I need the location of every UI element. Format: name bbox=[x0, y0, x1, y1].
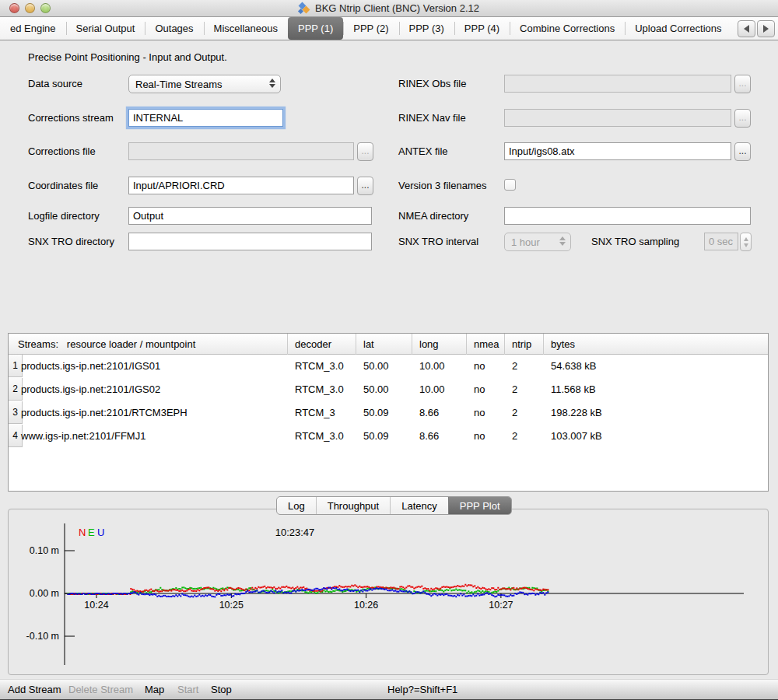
cell-long: 10.00 bbox=[419, 378, 445, 401]
tab-serial-output[interactable]: Serial Output bbox=[66, 17, 145, 40]
svg-text:-0.10 m: -0.10 m bbox=[26, 631, 59, 642]
cell-ntrip: 2 bbox=[512, 425, 517, 448]
page-title: Precise Point Positioning - Input and Ou… bbox=[28, 51, 227, 63]
snx-tro-interval-select: 1 hour bbox=[504, 233, 571, 251]
version3-filenames-label: Version 3 filenames bbox=[398, 177, 486, 194]
header-separator bbox=[466, 334, 467, 355]
tab-throughput[interactable]: Throughput bbox=[316, 497, 391, 514]
table-row[interactable]: 3products.igs-ip.net:2101/RTCM3EPHRTCM_3… bbox=[9, 401, 768, 425]
tab-miscellaneous[interactable]: Miscellaneous bbox=[204, 17, 288, 40]
svg-text:10:23:47: 10:23:47 bbox=[275, 527, 315, 538]
tab-ed-engine[interactable]: ed Engine bbox=[0, 17, 66, 40]
bottom-toolbar: Help?=Shift+F1 Add StreamDelete StreamMa… bbox=[0, 679, 778, 699]
svg-text:N: N bbox=[79, 527, 86, 538]
tab-ppp-4-[interactable]: PPP (4) bbox=[454, 17, 510, 40]
cell-mountpoint: products.igs-ip.net:2101/IGS02 bbox=[21, 378, 160, 401]
svg-text:0.00 m: 0.00 m bbox=[30, 588, 59, 599]
cell-bytes: 11.568 kB bbox=[551, 378, 596, 401]
antex-file-input[interactable] bbox=[504, 142, 731, 160]
header-separator bbox=[287, 334, 288, 355]
minimize-button[interactable] bbox=[25, 3, 35, 13]
tab-ppp-3-[interactable]: PPP (3) bbox=[399, 17, 454, 40]
corrections-file-label: Corrections file bbox=[28, 143, 96, 160]
corrections-stream-input[interactable] bbox=[128, 109, 283, 127]
data-source-select[interactable]: Real-Time Streams bbox=[128, 75, 281, 93]
cell-nmea: no bbox=[474, 355, 485, 378]
map-button[interactable]: Map bbox=[145, 680, 164, 700]
header-separator bbox=[543, 334, 544, 355]
tab-ppp-2-[interactable]: PPP (2) bbox=[343, 17, 398, 40]
cell-mountpoint: products.igs-ip.net:2101/IGS01 bbox=[21, 355, 160, 378]
logfile-directory-input[interactable] bbox=[128, 207, 372, 225]
antex-file-label: ANTEX file bbox=[398, 143, 448, 160]
corrections-file-browse-button: ... bbox=[357, 142, 373, 161]
tab-outages[interactable]: Outages bbox=[145, 17, 203, 40]
window-title: BKG Ntrip Client (BNC) Version 2.12 bbox=[299, 2, 479, 14]
cell-ntrip: 2 bbox=[512, 378, 517, 401]
table-row[interactable]: 2products.igs-ip.net:2101/IGS02RTCM_3.05… bbox=[9, 378, 768, 401]
tab-ppp-plot[interactable]: PPP Plot bbox=[448, 497, 511, 514]
header-separator bbox=[412, 334, 412, 355]
app-window: BKG Ntrip Client (BNC) Version 2.12 ed E… bbox=[0, 0, 778, 700]
streams-table: Streams: resource loader / mountpointdec… bbox=[8, 333, 769, 492]
column-header: bytes bbox=[551, 334, 575, 355]
rinex-obs-file-label: RINEX Obs file bbox=[398, 75, 466, 93]
column-header: lat bbox=[363, 334, 374, 355]
corrections-stream-label: Corrections stream bbox=[28, 110, 114, 127]
snx-tro-sampling-label: SNX TRO sampling bbox=[591, 233, 679, 250]
logfile-directory-label: Logfile directory bbox=[28, 208, 100, 225]
help-shortcut-label: Help?=Shift+F1 bbox=[387, 680, 457, 700]
add-stream-button[interactable]: Add Stream bbox=[8, 680, 61, 700]
table-row[interactable]: 1products.igs-ip.net:2101/IGS01RTCM_3.05… bbox=[9, 355, 768, 378]
cell-mountpoint: www.igs-ip.net:2101/FFMJ1 bbox=[21, 425, 145, 448]
column-header: ntrip bbox=[512, 334, 531, 355]
stop-button[interactable]: Stop bbox=[211, 680, 232, 700]
cell-lat: 50.09 bbox=[363, 401, 389, 425]
tab-combine-corrections[interactable]: Combine Corrections bbox=[510, 17, 625, 40]
cell-decoder: RTCM_3.0 bbox=[295, 355, 344, 378]
column-header: decoder bbox=[295, 334, 331, 355]
cell-nmea: no bbox=[474, 378, 485, 401]
close-button[interactable] bbox=[9, 3, 19, 13]
tab-ppp-1-[interactable]: PPP (1) bbox=[288, 17, 343, 40]
antex-file-browse-button[interactable]: ... bbox=[734, 142, 751, 161]
snx-tro-sampling-input bbox=[704, 233, 738, 250]
svg-text:10:24: 10:24 bbox=[84, 600, 108, 611]
cell-ntrip: 2 bbox=[512, 401, 517, 425]
app-icon bbox=[299, 2, 310, 14]
coordinates-file-label: Coordinates file bbox=[28, 177, 98, 194]
table-row[interactable]: 4www.igs-ip.net:2101/FFMJ1RTCM_3.050.098… bbox=[9, 425, 768, 448]
start-button: Start bbox=[177, 680, 198, 700]
cell-ntrip: 2 bbox=[512, 355, 517, 378]
coordinates-file-input[interactable] bbox=[128, 177, 354, 194]
svg-text:10:26: 10:26 bbox=[354, 600, 378, 611]
tab-scroll-left-button[interactable] bbox=[738, 20, 755, 37]
svg-text:10:27: 10:27 bbox=[489, 600, 513, 611]
cell-lat: 50.00 bbox=[363, 355, 389, 378]
ppp-plot-canvas[interactable]: 0.10 m0.00 m-0.10 m10:2410:2510:2610:27N… bbox=[9, 509, 768, 674]
nmea-directory-input[interactable] bbox=[504, 207, 751, 225]
cell-nmea: no bbox=[474, 401, 485, 425]
chevron-right-icon bbox=[763, 25, 769, 33]
coordinates-file-browse-button[interactable]: ... bbox=[357, 177, 373, 195]
rinex-nav-file-input bbox=[504, 109, 731, 127]
cell-decoder: RTCM_3.0 bbox=[295, 378, 344, 401]
svg-text:E: E bbox=[88, 527, 95, 538]
data-source-label: Data source bbox=[28, 75, 82, 93]
rinex-obs-file-input bbox=[504, 75, 731, 93]
tab-latency[interactable]: Latency bbox=[390, 497, 448, 514]
cell-decoder: RTCM_3.0 bbox=[295, 425, 344, 448]
version3-filenames-checkbox[interactable] bbox=[504, 179, 516, 191]
corrections-file-input bbox=[128, 142, 354, 160]
zoom-button[interactable] bbox=[40, 3, 51, 13]
cell-nmea: no bbox=[474, 425, 485, 448]
updown-arrows-icon bbox=[559, 236, 566, 246]
tab-upload-corrections[interactable]: Upload Corrections bbox=[625, 17, 731, 40]
cell-decoder: RTCM_3 bbox=[295, 401, 335, 425]
tab-log[interactable]: Log bbox=[277, 497, 316, 514]
tab-scroll-right-button[interactable] bbox=[757, 20, 775, 37]
snx-tro-directory-input[interactable] bbox=[128, 233, 372, 250]
svg-text:10:25: 10:25 bbox=[219, 600, 244, 611]
column-header: nmea bbox=[474, 334, 499, 355]
ppp-plot-panel[interactable]: 0.10 m0.00 m-0.10 m10:2410:2510:2610:27N… bbox=[8, 509, 769, 675]
